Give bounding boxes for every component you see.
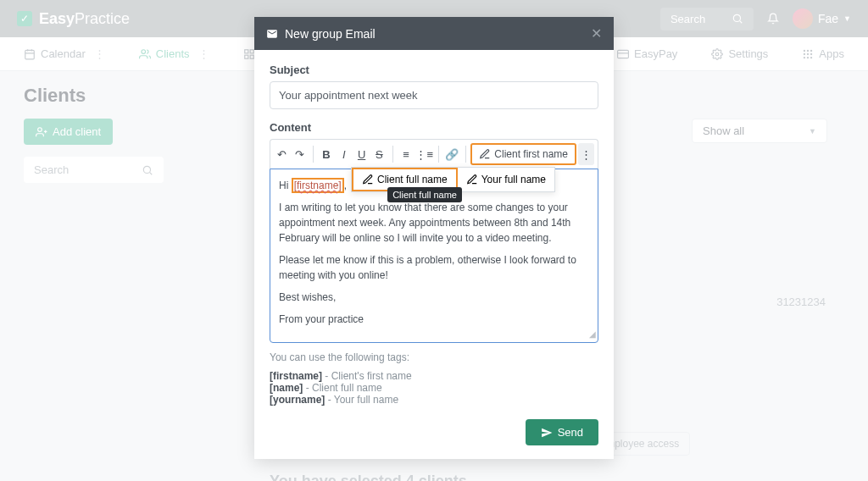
bell-icon[interactable]: [767, 13, 779, 25]
sidebar-search-placeholder: Search: [34, 163, 69, 176]
top-search-placeholder: Search: [670, 13, 705, 25]
svg-point-13: [807, 53, 809, 54]
svg-rect-6: [244, 55, 248, 58]
mail-icon: [266, 28, 278, 40]
svg-point-16: [807, 56, 809, 58]
tooltip: Client full name: [387, 187, 462, 202]
client-column: Clients Add client Search: [24, 85, 244, 195]
sidebar-search[interactable]: Search: [24, 157, 164, 183]
phone-number: 31231234: [776, 296, 826, 308]
subject-input[interactable]: [270, 81, 598, 109]
nav-clients[interactable]: Clients⋮: [139, 47, 209, 60]
redo-button[interactable]: ↷: [292, 143, 308, 165]
user-menu[interactable]: Fae ▼: [793, 8, 851, 29]
send-button[interactable]: Send: [526, 419, 598, 445]
editor-toolbar: ↶ ↷ B I U S ≡ ⋮≡ 🔗 Client first name ⋮ C…: [270, 139, 598, 169]
undo-button[interactable]: ↶: [274, 143, 290, 165]
svg-rect-3: [244, 49, 248, 53]
modal-header: New group Email ✕: [254, 17, 614, 50]
search-icon: [732, 13, 743, 25]
search-icon: [142, 164, 153, 176]
top-right: Search Fae ▼: [660, 8, 851, 30]
italic-button[interactable]: I: [336, 143, 352, 165]
editor-p2: Please let me know if this is a problem,…: [279, 252, 589, 283]
add-client-button[interactable]: Add client: [24, 119, 113, 145]
link-button[interactable]: 🔗: [444, 143, 460, 165]
resize-handle-icon[interactable]: ◢: [589, 328, 596, 340]
nav-easypay[interactable]: EasyPay: [617, 47, 677, 60]
firstname-tag: [firstname]: [292, 178, 344, 193]
strikethrough-button[interactable]: S: [371, 143, 387, 165]
svg-point-10: [807, 49, 809, 51]
chevron-down-icon: ▼: [809, 127, 816, 135]
underline-button[interactable]: U: [353, 143, 370, 165]
close-icon[interactable]: ✕: [591, 25, 602, 41]
svg-point-2: [142, 49, 146, 53]
nav-calendar[interactable]: Calendar⋮: [24, 47, 105, 60]
svg-rect-4: [250, 49, 253, 53]
svg-point-14: [810, 53, 812, 54]
svg-point-11: [810, 49, 812, 51]
nav-apps[interactable]: Apps: [802, 47, 844, 60]
svg-point-19: [143, 166, 150, 173]
show-all-dropdown[interactable]: Show all ▼: [692, 119, 827, 143]
dropdown-your-full-name[interactable]: Your full name: [458, 168, 554, 191]
top-search[interactable]: Search: [660, 8, 754, 30]
editor-p3: Best wishes,: [279, 290, 589, 305]
svg-rect-7: [618, 50, 629, 58]
content-label: Content: [270, 121, 598, 134]
tags-hint: You can use the following tags: [firstna…: [270, 351, 598, 406]
logo-check-icon: ✓: [17, 11, 32, 26]
more-button[interactable]: ⋮: [578, 143, 594, 165]
svg-point-9: [804, 49, 805, 51]
nav-settings[interactable]: Settings: [711, 47, 768, 60]
email-modal: New group Email ✕ Subject Content ↶ ↷ B …: [254, 17, 614, 459]
ordered-list-button[interactable]: ≡: [398, 143, 415, 165]
svg-point-12: [804, 53, 805, 54]
bold-button[interactable]: B: [318, 143, 334, 165]
logo: ✓ EasyPractice: [17, 10, 130, 28]
client-first-name-button[interactable]: Client first name: [470, 143, 576, 165]
svg-point-17: [810, 56, 812, 58]
avatar: [793, 8, 813, 29]
svg-point-0: [733, 14, 740, 21]
page-title: Clients: [24, 85, 244, 107]
modal-title: New group Email: [285, 27, 376, 41]
svg-point-18: [38, 127, 42, 131]
editor-p1: I am writing to let you know that there …: [279, 200, 589, 246]
brand-light: Practice: [75, 10, 130, 27]
svg-rect-1: [25, 50, 35, 59]
user-name: Fae: [818, 12, 838, 25]
subject-label: Subject: [270, 64, 598, 76]
selected-count: You have selected 4 clients.: [270, 473, 844, 481]
brand-bold: Easy: [39, 10, 75, 27]
modal-body: Subject Content ↶ ↷ B I U S ≡ ⋮≡ 🔗 Clien…: [254, 50, 614, 459]
svg-point-15: [804, 56, 805, 58]
unordered-list-button[interactable]: ⋮≡: [415, 143, 433, 165]
svg-point-8: [716, 53, 720, 56]
editor-p4: From your practice: [279, 312, 589, 327]
svg-rect-5: [250, 55, 253, 58]
chevron-down-icon: ▼: [843, 14, 851, 23]
